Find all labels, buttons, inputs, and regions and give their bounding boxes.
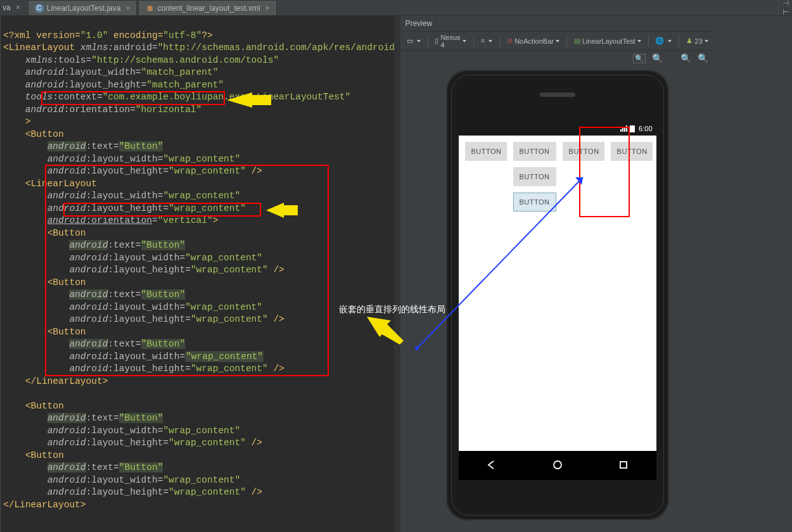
layout-icon: ▤	[574, 37, 580, 45]
preview-button[interactable]: BUTTON	[563, 142, 604, 161]
status-bar: 6:00	[459, 122, 656, 136]
signal-icon	[620, 125, 627, 132]
globe-icon: 🌐	[655, 37, 664, 45]
no-icon: ⊘	[507, 37, 513, 45]
nav-bar	[459, 451, 656, 480]
status-time: 6:00	[639, 125, 652, 132]
device-select[interactable]: ▯Nexus 4	[432, 34, 469, 48]
code-editor[interactable]: <?xml version="1.0" encoding="utf-8"?> <…	[1, 16, 400, 532]
svg-rect-1	[620, 462, 627, 468]
zoom-in-icon[interactable]: 🔍	[680, 53, 691, 63]
preview-button[interactable]: BUTTON	[465, 142, 507, 161]
tab-partial[interactable]: va×	[3, 0, 27, 15]
svg-point-0	[554, 461, 561, 469]
theme-select[interactable]: ⊘NoActionBar	[504, 34, 562, 48]
battery-icon	[630, 125, 635, 132]
preview-button[interactable]: BUTTON	[611, 142, 653, 161]
tab-xml[interactable]: ▦content_linear_layout_test.xml×	[138, 0, 276, 15]
preview-title: Preview	[400, 16, 715, 32]
tab-label: content_linear_layout_test.xml	[157, 4, 260, 13]
close-icon[interactable]: ×	[265, 4, 270, 13]
config-icon: ⌗	[481, 37, 485, 45]
tab-label: LinearLayoutTest.java	[47, 4, 121, 13]
scrollbar[interactable]	[394, 16, 400, 532]
locale-select[interactable]: 🌐	[653, 34, 674, 48]
orientation-button[interactable]: ▭	[404, 34, 423, 48]
device-screen: 6:00 BUTTON BUTTON BUTTON BUTTON BUTTON …	[459, 122, 656, 451]
app-content: BUTTON BUTTON BUTTON BUTTON BUTTON BUTTO…	[459, 136, 656, 218]
close-icon[interactable]: ×	[125, 4, 130, 13]
recent-icon[interactable]	[618, 460, 629, 472]
pin-icon[interactable]: ⊣ ⊢	[778, 0, 787, 15]
device-label: Nexus 4	[440, 34, 461, 49]
config-button[interactable]: ⌗	[478, 34, 495, 48]
preview-toolbar: ▭ ▯Nexus 4 ⌗ ⊘NoActionBar ▤LinearLayoutT…	[400, 32, 715, 51]
back-icon[interactable]	[486, 460, 496, 472]
tab-label: va	[3, 3, 11, 12]
zoom-out-icon[interactable]: 🔍	[698, 53, 708, 63]
preview-button[interactable]: BUTTON	[513, 142, 556, 161]
tab-java[interactable]: CLinearLayoutTest.java×	[28, 0, 137, 15]
device-frame: 6:00 BUTTON BUTTON BUTTON BUTTON BUTTON …	[446, 70, 669, 521]
zoom-fit-icon[interactable]: 🔍	[633, 54, 646, 63]
phone-icon: ▯	[435, 37, 438, 45]
api-select[interactable]: ♟23	[684, 34, 710, 48]
preview-pane: Preview ▭ ▯Nexus 4 ⌗ ⊘NoActionBar ▤Linea…	[400, 16, 715, 532]
api-label: 23	[694, 37, 702, 45]
speaker-icon	[540, 92, 575, 97]
activity-select[interactable]: ▤LinearLayoutTest	[572, 34, 644, 48]
editor-pane: c ⊟ ⊟ ⊟ ⊟ ⊟ ⊟ ⊟ ⊟ <?xml version="1.0" en…	[0, 16, 440, 532]
activity-label: LinearLayoutTest	[582, 37, 636, 45]
java-class-icon: C	[35, 4, 44, 13]
home-icon[interactable]	[552, 459, 563, 472]
android-icon: ♟	[686, 37, 693, 45]
close-icon[interactable]: ×	[16, 3, 20, 12]
preview-button-selected[interactable]: BUTTON	[513, 193, 556, 212]
editor-tab-bar: va× CLinearLayoutTest.java× ▦content_lin…	[0, 0, 792, 16]
phone-icon: ▭	[407, 37, 413, 45]
zoom-row: 🔍 🔍 🔍 🔍	[400, 51, 715, 67]
zoom-actual-icon[interactable]: 🔍	[652, 53, 663, 63]
preview-button[interactable]: BUTTON	[513, 167, 556, 186]
theme-label: NoActionBar	[514, 37, 554, 45]
xml-file-icon: ▦	[145, 4, 154, 13]
